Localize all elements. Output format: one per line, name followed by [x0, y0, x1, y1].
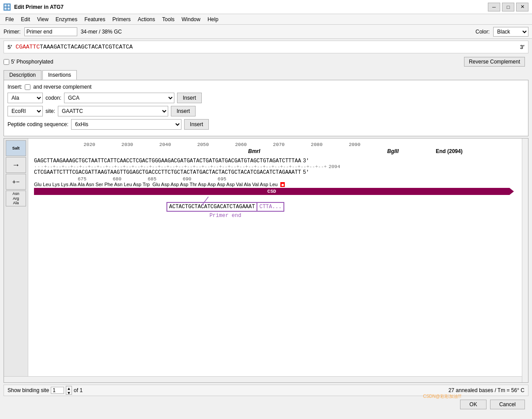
binding-site-label: Show binding site [8, 387, 49, 393]
insert-row-main: Insert: and reverse complement [8, 84, 524, 90]
primer-arrow-connector [202, 197, 215, 206]
menu-edit[interactable]: Edit [17, 15, 34, 23]
color-label: Color: [475, 29, 490, 35]
close-button[interactable]: ✕ [516, 3, 528, 11]
tm-info: 27 annealed bases / Tm = 56° C [449, 387, 524, 393]
top-sequence-row: GAGCTTAAGAAAGCTGCTAATTCATTCAACCTCGACTGGG… [34, 158, 518, 164]
primer-display: ACTACTGCTACATCGACATCTAGAAATCTTA... Prime… [34, 202, 518, 219]
seq-label-5: 5′ [8, 44, 12, 50]
title-bar: Edit Primer in ATG7 ─ □ ✕ [0, 0, 532, 14]
menu-view[interactable]: View [34, 15, 52, 23]
ruler: 2020 2030 2040 2050 2060 2070 2080 2090 [34, 142, 518, 147]
primer-stats: 34-mer / 38% GC [81, 29, 122, 35]
csd-label: CSD [268, 189, 276, 194]
bmri-label: BmrI [248, 148, 260, 154]
zoom-icon: +− [12, 178, 19, 185]
tab-description[interactable]: Description [4, 70, 42, 80]
end-label: End (2094) [436, 148, 463, 154]
toolbar-aa-button[interactable]: Asn Arg Ala [6, 191, 26, 206]
insert-row-site: EcoRIBamHIHindIII site: GAATTC Insert [8, 106, 524, 116]
tick-marks: +--+--+--+--+--+--+--+--+--+--+--+--+--+… [44, 164, 327, 169]
insert-site-button[interactable]: Insert [171, 106, 196, 116]
enzyme-labels-row: BmrI BglII End (2094) [34, 148, 518, 158]
codon-label: codon: [45, 95, 61, 101]
reverse-complement-button[interactable]: Reverse Complement [464, 57, 525, 67]
window-title: Edit Primer in ATG7 [14, 4, 484, 10]
primer-name-input[interactable] [24, 27, 77, 36]
primer-overhang-box: CTTA... [257, 202, 284, 212]
window-controls: ─ □ ✕ [488, 3, 528, 11]
menu-help[interactable]: Help [204, 15, 222, 23]
primer-connector-svg [202, 197, 215, 206]
bglii-label: BglII [387, 148, 399, 154]
scroll-right[interactable] [522, 138, 528, 382]
menu-actions[interactable]: Actions [134, 15, 158, 23]
insert-row-peptide: Peptide coding sequence: 6xHis Insert [8, 119, 524, 130]
seq-rest: TAAAGATCTACAGCTACATCGTCATCA [40, 44, 133, 50]
amino-acids-row: Glu Leu Lys Lys Ala Ala Asn Ser Phe Asn … [34, 182, 518, 187]
csd-bar: CSD [34, 188, 509, 195]
ok-button[interactable]: OK [460, 400, 486, 409]
app-icon [4, 4, 11, 11]
primer-seq-row: ACTACTGCTACATCGACATCTAGAAATCTTA... [166, 202, 284, 212]
phospho-checkbox[interactable] [4, 59, 9, 65]
phospho-area: 5′ Phosphorylated Reverse Complement [0, 55, 532, 68]
menu-bar: File Edit View Enzymes Features Primers … [0, 14, 532, 25]
primer-bar: Primer: 34-mer / 38% GC Color: Black Red… [0, 25, 532, 39]
toolbar-zoom-button[interactable]: +− [6, 174, 26, 190]
sequence-container: 5′ CGAATTCTAAAGATCTACAGCTACATCGTCATCA 3′ [4, 41, 528, 53]
insert-codon-button[interactable]: Insert [177, 93, 202, 103]
binding-site-spinner[interactable]: ▲▼ [66, 386, 72, 395]
maximize-button[interactable]: □ [502, 3, 514, 11]
of-label: of 1 [74, 387, 83, 393]
svg-rect-2 [4, 7, 7, 10]
left-toolbar: Salt → +− Asn Arg Ala [4, 138, 28, 376]
menu-features[interactable]: Features [81, 15, 109, 23]
bottom-sequence-row: CTCGAATTCTTTCGACGATTAAGTAAGTTGGAGCTGACCC… [34, 169, 518, 176]
insert-peptide-button[interactable]: Insert [184, 119, 209, 130]
csd-bar-container: CSD [34, 188, 518, 197]
insert-panel: Insert: and reverse complement AlaArgAsn… [4, 80, 528, 136]
insert-label: Insert: [8, 84, 22, 90]
toolbar-arrow-button[interactable]: → [6, 157, 26, 173]
scroll-bottom[interactable] [4, 376, 522, 382]
seq-num: 2094 [328, 164, 340, 169]
amino-acid-select[interactable]: AlaArgAsnAspCys [8, 93, 43, 103]
salt-icon: Salt [12, 146, 20, 150]
svg-rect-1 [8, 4, 10, 7]
insert-checkbox[interactable] [25, 84, 30, 90]
toolbar-salt-button[interactable]: Salt [6, 140, 26, 156]
dots: ··· [34, 164, 44, 169]
primer-label: Primer: [4, 29, 21, 35]
site-label: site: [45, 108, 55, 114]
enzyme-select[interactable]: EcoRIBamHIHindIII [8, 106, 43, 116]
phospho-label: 5′ Phosphorylated [11, 59, 53, 65]
menu-enzymes[interactable]: Enzymes [52, 15, 81, 23]
minimize-button[interactable]: ─ [488, 3, 500, 11]
peptide-label: Peptide coding sequence: [8, 121, 68, 127]
sequence-viewer: Salt → +− Asn Arg Ala 2020 2030 2040 205… [4, 138, 528, 383]
csd-arrow [509, 188, 514, 195]
primer-name-annotation: Primer end [166, 213, 284, 219]
seq-label-3: 3′ [520, 44, 524, 50]
menu-file[interactable]: File [2, 15, 17, 23]
color-select[interactable]: Black Red Blue Green [493, 27, 528, 37]
stop-codon-marker: ■ [280, 182, 285, 187]
menu-window[interactable]: Window [178, 15, 204, 23]
cancel-button[interactable]: Cancel [490, 400, 525, 409]
peptide-select[interactable]: 6xHis [71, 119, 181, 130]
watermark: CSDN@彩彩加油!!! [423, 393, 461, 400]
seq-5prime-label: 5′ [303, 169, 309, 176]
aa-ruler: 675 680 685 690 695 [34, 176, 518, 182]
tab-insertions[interactable]: Insertions [42, 70, 77, 80]
binding-site-input[interactable] [51, 387, 64, 394]
svg-rect-3 [8, 7, 10, 10]
top-sequence: GAGCTTAAGAAAGCTGCTAATTCATTCAACCTCGACTGGG… [34, 158, 301, 164]
site-select[interactable]: GAATTC [58, 106, 168, 116]
tab-container: Description Insertions [0, 68, 532, 80]
codon-select[interactable]: GCA [64, 93, 174, 103]
tick-row: ··· +--+--+--+--+--+--+--+--+--+--+--+--… [34, 164, 518, 169]
menu-tools[interactable]: Tools [158, 15, 178, 23]
primer-box-group: ACTACTGCTACATCGACATCTAGAAATCTTA... Prime… [166, 202, 284, 219]
menu-primers[interactable]: Primers [109, 15, 134, 23]
